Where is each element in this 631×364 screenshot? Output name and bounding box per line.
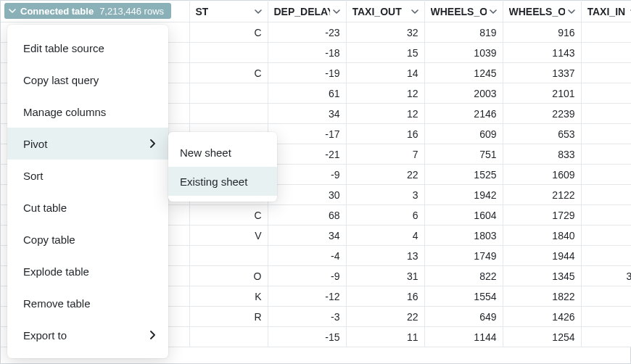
connected-table-tag[interactable]: Connected table 7,213,446 rows xyxy=(4,3,171,19)
table-cell[interactable]: 1944 xyxy=(503,246,581,266)
table-cell[interactable]: 1609 xyxy=(503,165,581,185)
table-cell[interactable]: 4 xyxy=(581,63,631,83)
table-cell[interactable]: 33 xyxy=(581,266,631,286)
column-header[interactable]: TAXI_IN xyxy=(581,1,631,22)
table-cell[interactable]: 1604 xyxy=(424,205,503,226)
menu-item-edit-table-source[interactable]: Edit table source xyxy=(7,32,168,64)
table-cell[interactable]: 14 xyxy=(346,63,424,83)
table-cell[interactable]: 1749 xyxy=(424,246,503,266)
table-cell[interactable]: 4 xyxy=(581,286,631,307)
chevron-down-icon[interactable] xyxy=(568,8,575,15)
menu-item-cut-table[interactable]: Cut table xyxy=(7,191,168,223)
menu-item-export-to[interactable]: Export to xyxy=(7,319,168,351)
table-cell[interactable]: 7 xyxy=(581,307,631,327)
table-cell[interactable]: 822 xyxy=(424,266,503,286)
menu-item-copy-table[interactable]: Copy table xyxy=(7,223,168,255)
table-cell[interactable]: 1426 xyxy=(503,307,581,327)
table-cell[interactable]: 34 xyxy=(268,226,346,246)
table-cell[interactable]: 1039 xyxy=(424,43,503,63)
table-cell[interactable]: 1143 xyxy=(503,43,581,63)
table-cell[interactable]: -19 xyxy=(268,63,346,83)
table-cell[interactable] xyxy=(189,43,268,63)
chevron-down-icon[interactable] xyxy=(411,8,418,15)
table-cell[interactable]: 1554 xyxy=(424,286,503,307)
table-cell[interactable]: 11 xyxy=(346,327,424,347)
table-cell[interactable] xyxy=(189,83,268,104)
table-cell[interactable]: 609 xyxy=(424,124,503,144)
table-cell[interactable]: 4 xyxy=(581,226,631,246)
menu-item-explode-table[interactable]: Explode table xyxy=(7,255,168,287)
table-cell[interactable]: -17 xyxy=(268,124,346,144)
table-cell[interactable]: 22 xyxy=(346,165,424,185)
table-cell[interactable]: 1840 xyxy=(503,226,581,246)
table-cell[interactable]: 3 xyxy=(346,185,424,205)
table-cell[interactable]: 6 xyxy=(346,205,424,226)
menu-item-sort[interactable]: Sort xyxy=(7,160,168,191)
table-cell[interactable]: C xyxy=(189,205,268,226)
column-header[interactable]: TAXI_OUT xyxy=(346,1,424,22)
table-cell[interactable]: 30 xyxy=(268,185,346,205)
table-cell[interactable]: 1525 xyxy=(424,165,503,185)
table-cell[interactable]: 2122 xyxy=(503,185,581,205)
table-cell[interactable]: 1254 xyxy=(503,327,581,347)
column-header[interactable]: ST xyxy=(189,1,268,22)
table-cell[interactable]: 22 xyxy=(346,307,424,327)
table-cell[interactable]: 916 xyxy=(503,22,581,43)
table-cell[interactable]: 9 xyxy=(581,104,631,124)
table-cell[interactable]: 2 xyxy=(581,83,631,104)
table-cell[interactable]: 13 xyxy=(346,246,424,266)
table-cell[interactable]: 15 xyxy=(346,43,424,63)
table-cell[interactable]: 9 xyxy=(581,246,631,266)
table-cell[interactable] xyxy=(189,327,268,347)
table-cell[interactable]: 751 xyxy=(424,144,503,165)
table-cell[interactable]: 12 xyxy=(346,104,424,124)
table-cell[interactable]: 68 xyxy=(268,205,346,226)
table-cell[interactable]: 1729 xyxy=(503,205,581,226)
menu-item-pivot[interactable]: Pivot xyxy=(7,128,168,160)
table-cell[interactable]: 2003 xyxy=(424,83,503,104)
table-cell[interactable]: 2239 xyxy=(503,104,581,124)
menu-item-manage-columns[interactable]: Manage columns xyxy=(7,96,168,128)
table-cell[interactable]: -9 xyxy=(268,266,346,286)
table-cell[interactable]: -12 xyxy=(268,286,346,307)
table-cell[interactable]: 34 xyxy=(268,104,346,124)
table-cell[interactable]: 1337 xyxy=(503,63,581,83)
table-cell[interactable]: -3 xyxy=(268,307,346,327)
table-cell[interactable]: -21 xyxy=(268,144,346,165)
table-cell[interactable]: 4 xyxy=(581,185,631,205)
table-cell[interactable]: 819 xyxy=(424,22,503,43)
table-cell[interactable]: K xyxy=(189,286,268,307)
submenu-item-existing-sheet[interactable]: Existing sheet xyxy=(168,167,277,196)
table-cell[interactable]: 61 xyxy=(268,83,346,104)
table-cell[interactable]: 32 xyxy=(346,22,424,43)
chevron-down-icon[interactable] xyxy=(490,8,497,15)
table-cell[interactable]: 1245 xyxy=(424,63,503,83)
submenu-item-new-sheet[interactable]: New sheet xyxy=(168,138,277,167)
table-cell[interactable]: 1144 xyxy=(424,327,503,347)
table-cell[interactable]: C xyxy=(189,63,268,83)
chevron-down-icon[interactable] xyxy=(333,8,340,15)
column-header[interactable]: WHEELS_ON xyxy=(503,1,581,22)
chevron-down-icon[interactable] xyxy=(255,8,262,15)
table-cell[interactable]: 2146 xyxy=(424,104,503,124)
table-cell[interactable] xyxy=(189,104,268,124)
column-header[interactable]: WHEELS_OFF xyxy=(424,1,503,22)
table-cell[interactable]: 1822 xyxy=(503,286,581,307)
table-cell[interactable]: -4 xyxy=(268,246,346,266)
table-cell[interactable]: 5 xyxy=(581,144,631,165)
table-cell[interactable]: 1942 xyxy=(424,185,503,205)
table-cell[interactable]: 31 xyxy=(346,266,424,286)
table-cell[interactable]: 16 xyxy=(346,286,424,307)
table-cell[interactable]: 12 xyxy=(346,83,424,104)
table-cell[interactable]: 3 xyxy=(581,124,631,144)
table-cell[interactable]: O xyxy=(189,266,268,286)
table-cell[interactable]: 1345 xyxy=(503,266,581,286)
table-cell[interactable]: 7 xyxy=(346,144,424,165)
table-cell[interactable]: 3 xyxy=(581,327,631,347)
table-cell[interactable]: V xyxy=(189,226,268,246)
table-cell[interactable]: 4 xyxy=(581,22,631,43)
table-cell[interactable]: R xyxy=(189,307,268,327)
table-cell[interactable] xyxy=(189,246,268,266)
table-cell[interactable]: 649 xyxy=(424,307,503,327)
table-cell[interactable]: -23 xyxy=(268,22,346,43)
